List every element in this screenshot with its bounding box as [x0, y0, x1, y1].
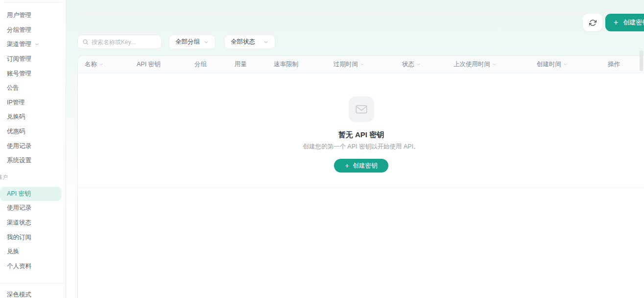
sidebar-item-label: 用户管理 — [7, 11, 31, 20]
empty-state-subtitle: 创建您的第一个 API 密钥以开始使用 API。 — [303, 143, 419, 151]
api-keys-table-card: 名称API 密钥分组用量速率限制过期时间状态上次使用时间创建时间操作 暂无 AP… — [77, 55, 644, 298]
sidebar-item-label: 优惠码 — [7, 127, 25, 136]
sidebar-item-label: 深色模式 — [7, 291, 31, 298]
column-header-label: 速率限制 — [274, 60, 298, 69]
sidebar-item-label: 公告 — [7, 84, 19, 92]
sidebar-item-coupon-codes[interactable]: 优惠码 — [0, 124, 66, 139]
sidebar-item-label: IP管理 — [7, 99, 25, 107]
column-header-label: 上次使用时间 — [453, 60, 490, 69]
sidebar-item-profile[interactable]: 个人资料 — [0, 259, 66, 274]
column-header-name[interactable]: 名称 — [85, 60, 137, 69]
column-header-label: API 密钥 — [137, 60, 161, 69]
sidebar-item-label: 使用记录 — [7, 204, 31, 212]
column-header-label: 操作 — [608, 60, 620, 69]
sidebar-item-subscription-management[interactable]: 订阅管理 — [0, 52, 66, 67]
sort-chevron-icon — [492, 62, 497, 67]
create-key-button-label: 创建密钥 — [353, 162, 378, 170]
refresh-button[interactable] — [583, 14, 602, 31]
status-filter-select[interactable]: 全部状态 — [224, 35, 275, 49]
column-header-usage: 用量 — [235, 60, 274, 69]
column-header-api-key: API 密钥 — [137, 60, 194, 69]
sort-chevron-icon — [360, 62, 364, 67]
empty-state-title: 暂无 API 密钥 — [338, 130, 384, 140]
envelope-icon — [355, 103, 368, 116]
search-box[interactable] — [77, 35, 162, 49]
sidebar-item-api-keys[interactable]: API 密钥 — [0, 187, 61, 201]
main-content: + 创建密钥 全部分组 全部状态 — [66, 0, 644, 298]
create-key-button-empty-state[interactable]: + 创建密钥 — [334, 159, 388, 173]
chevron-down-icon — [34, 42, 40, 47]
sidebar-item-label: 订阅管理 — [7, 55, 31, 63]
sidebar-item-label: 渠道管理 — [7, 40, 31, 49]
column-header-rate-limit: 速率限制 — [274, 60, 334, 69]
refresh-icon — [589, 19, 596, 26]
sidebar-item-label: 个人资料 — [7, 262, 31, 271]
column-header-status[interactable]: 状态 — [402, 60, 453, 69]
sidebar-item-user-management[interactable]: 用户管理 — [0, 8, 66, 23]
sidebar-item-account-management[interactable]: 账号管理 — [0, 66, 66, 81]
sidebar-item-label: 分组管理 — [7, 26, 31, 34]
sidebar-footer: 深色模式 — [0, 283, 66, 298]
group-filter-select[interactable]: 全部分组 — [169, 35, 215, 49]
sidebar-item-redemption-codes[interactable]: 兑换码 — [0, 110, 66, 124]
sort-chevron-icon — [416, 62, 421, 67]
column-header-label: 名称 — [85, 60, 97, 69]
sidebar-item-ip-management[interactable]: IP管理 — [0, 96, 66, 110]
sidebar-item-group-management[interactable]: 分组管理 — [0, 23, 66, 38]
chevron-down-icon — [203, 39, 209, 45]
column-header-expires-at[interactable]: 过期时间 — [334, 60, 402, 69]
sidebar-top-divider — [4, 2, 62, 2]
sort-chevron-icon — [563, 62, 568, 67]
column-header-last-used-at[interactable]: 上次使用时间 — [453, 60, 537, 69]
column-header-label: 用量 — [235, 60, 247, 69]
empty-state: 暂无 API 密钥 创建您的第一个 API 密钥以开始使用 API。 + 创建密… — [78, 73, 644, 188]
sidebar-item-label: 账号管理 — [7, 70, 31, 78]
sidebar-item-usage-logs-user[interactable]: 使用记录 — [0, 201, 66, 216]
status-filter-value: 全部状态 — [231, 38, 255, 46]
sidebar-item-usage-logs[interactable]: 使用记录 — [0, 139, 66, 153]
sidebar-section-label: 账户 — [0, 173, 66, 181]
column-header-created-at[interactable]: 创建时间 — [537, 60, 608, 69]
column-header-group: 分组 — [194, 60, 235, 69]
sort-chevron-icon — [99, 62, 103, 67]
column-header-label: 创建时间 — [537, 60, 561, 69]
plus-icon: + — [345, 162, 349, 169]
group-filter-value: 全部分组 — [175, 38, 200, 46]
column-header-label: 状态 — [402, 60, 414, 69]
sidebar-item-system-settings[interactable]: 系统设置 — [0, 153, 66, 168]
vertical-scrollbar-thumb[interactable] — [640, 50, 643, 71]
sidebar-item-label: 我的订阅 — [7, 233, 31, 242]
create-key-button-label: 创建密钥 — [623, 18, 644, 27]
sidebar-item-announcements[interactable]: 公告 — [0, 81, 66, 96]
sidebar: 用户管理分组管理渠道管理订阅管理账号管理公告IP管理兑换码优惠码使用记录系统设置… — [0, 0, 66, 298]
filter-bar: 全部分组 全部状态 — [77, 35, 275, 49]
create-key-button-top[interactable]: + 创建密钥 — [605, 14, 644, 31]
sidebar-item-channel-status[interactable]: 渠道状态 — [0, 216, 66, 230]
sidebar-item-label: 使用记录 — [7, 142, 31, 150]
search-icon — [82, 39, 89, 45]
sidebar-item-my-subscriptions[interactable]: 我的订阅 — [0, 230, 66, 245]
sidebar-item-label: 兑换 — [7, 248, 19, 256]
column-header-label: 过期时间 — [334, 60, 358, 69]
empty-state-icon-box — [349, 97, 374, 122]
sidebar-item-label: 系统设置 — [7, 156, 31, 165]
search-input[interactable] — [92, 39, 157, 46]
chevron-down-icon — [263, 39, 269, 45]
sidebar-item-label: API 密钥 — [7, 190, 31, 198]
sidebar-item-label: 兑换码 — [7, 113, 25, 121]
sidebar-admin-menu: 用户管理分组管理渠道管理订阅管理账号管理公告IP管理兑换码优惠码使用记录系统设置 — [0, 8, 66, 168]
column-header-actions: 操作 — [608, 60, 620, 69]
sidebar-item-dark-mode[interactable]: 深色模式 — [0, 288, 66, 298]
column-header-label: 分组 — [194, 60, 207, 69]
sidebar-item-redeem[interactable]: 兑换 — [0, 245, 66, 259]
sidebar-user-menu: API 密钥使用记录渠道状态我的订阅兑换个人资料 — [0, 187, 66, 274]
sidebar-item-channel-management[interactable]: 渠道管理 — [0, 37, 66, 52]
plus-icon: + — [614, 19, 618, 26]
sidebar-item-label: 渠道状态 — [7, 219, 31, 227]
table-header-row: 名称API 密钥分组用量速率限制过期时间状态上次使用时间创建时间操作 — [78, 56, 644, 73]
